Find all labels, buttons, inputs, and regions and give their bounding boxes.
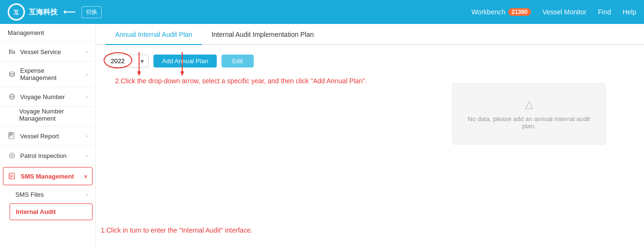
sidebar-item-internal-audit[interactable]: Internal Audit <box>10 204 92 220</box>
svg-marker-22 <box>180 71 184 76</box>
sidebar-item-management-label: Management <box>0 24 95 42</box>
svg-point-13 <box>10 153 15 158</box>
tab-implementation-plan[interactable]: Internal Audit Implementation Plan <box>202 24 323 45</box>
sidebar-item-patrol-inspection[interactable]: Patrol Inspection › <box>0 146 95 166</box>
sms-management-wrapper: SMS Management ∨ <box>3 167 93 185</box>
sidebar: Management Vessel Service › Expense Mana… <box>0 24 96 246</box>
top-nav-bar: 互 互海科技 ⟵ 切换 Workbench 21380 Vessel Monit… <box>0 0 644 24</box>
svg-text:互: 互 <box>13 9 20 16</box>
back-button[interactable]: ⟵ <box>63 7 76 17</box>
voyage-number-management-label: Voyage Number Management <box>8 108 88 122</box>
vessel-report-chevron: › <box>86 134 88 139</box>
vessel-report-label: Vessel Report <box>20 133 59 140</box>
logo-text: 互海科技 <box>29 8 58 17</box>
find-link[interactable]: Find <box>598 8 611 16</box>
tab-annual-plan[interactable]: Annual Internal Audit Plan <box>105 24 202 45</box>
vessel-report-icon <box>8 132 16 140</box>
annotation-arrows-svg <box>125 52 326 81</box>
patrol-inspection-icon <box>8 151 16 160</box>
svg-point-5 <box>10 72 14 74</box>
bottom-annotation-text: 1.Click in turn to enter the "Internal A… <box>101 226 253 234</box>
expense-management-label: Expense Management <box>20 67 82 81</box>
svg-rect-4 <box>13 51 15 54</box>
sms-files-chevron: › <box>86 192 88 197</box>
svg-marker-20 <box>137 71 141 76</box>
logo-area: 互 互海科技 <box>8 3 58 21</box>
voyage-number-label: Voyage Number <box>20 93 65 101</box>
logo-icon: 互 <box>8 3 25 21</box>
empty-state-text: No data, please add an annual internal a… <box>462 115 596 130</box>
sms-management-icon <box>8 172 17 180</box>
sidebar-item-vessel-service[interactable]: Vessel Service › <box>0 42 95 62</box>
nav-right: Workbench 21380 Vessel Monitor Find Help <box>471 8 636 16</box>
vessel-service-label: Vessel Service <box>20 48 61 56</box>
bottom-annotation-area: 1.Click in turn to enter the "Internal A… <box>101 226 253 234</box>
empty-state-icon: △ <box>462 98 596 111</box>
patrol-inspection-chevron: › <box>86 153 88 158</box>
switch-button[interactable]: 切换 <box>82 6 102 18</box>
workbench-area[interactable]: Workbench 21380 <box>471 8 531 16</box>
voyage-number-chevron: › <box>86 94 88 100</box>
sms-files-label: SMS Files <box>15 191 44 198</box>
content-area: 2022 2021 2023 ▼ Add Annual Plan Edit <box>96 45 644 246</box>
management-label: Management <box>8 29 44 36</box>
tabs-bar: Annual Internal Audit Plan Internal Audi… <box>96 24 644 45</box>
voyage-number-icon <box>8 92 16 101</box>
sidebar-item-expense-management[interactable]: Expense Management › <box>0 62 95 87</box>
main-content: Annual Internal Audit Plan Internal Audi… <box>96 24 644 246</box>
svg-rect-3 <box>12 49 12 54</box>
expense-management-icon <box>8 70 16 78</box>
sidebar-item-vessel-report[interactable]: Vessel Report › <box>0 126 95 146</box>
svg-rect-2 <box>9 49 11 54</box>
patrol-inspection-label: Patrol Inspection <box>20 152 67 159</box>
svg-rect-10 <box>9 134 13 135</box>
main-layout: Management Vessel Service › Expense Mana… <box>0 24 644 246</box>
sidebar-item-voyage-number-sub: Voyage Number Management <box>0 107 95 126</box>
expense-management-chevron: › <box>86 72 88 77</box>
vessel-service-icon <box>8 47 16 56</box>
workbench-label: Workbench <box>471 8 505 16</box>
sidebar-item-sms-files[interactable]: SMS Files › <box>0 187 95 202</box>
sms-management-label: SMS Management <box>21 173 74 180</box>
sidebar-item-sms-management[interactable]: SMS Management ∨ <box>3 168 92 185</box>
workbench-badge: 21380 <box>508 8 531 16</box>
internal-audit-label: Internal Audit <box>16 208 56 215</box>
sms-management-chevron: ∨ <box>84 174 87 179</box>
vessel-monitor-link[interactable]: Vessel Monitor <box>542 8 586 16</box>
empty-state-card: △ No data, please add an annual internal… <box>452 83 606 145</box>
vessel-service-chevron: › <box>86 49 88 55</box>
help-link[interactable]: Help <box>622 8 636 16</box>
sidebar-item-voyage-number[interactable]: Voyage Number › <box>0 87 95 107</box>
internal-audit-wrapper: Internal Audit <box>10 203 93 220</box>
svg-rect-11 <box>9 135 12 136</box>
svg-point-14 <box>11 155 13 157</box>
